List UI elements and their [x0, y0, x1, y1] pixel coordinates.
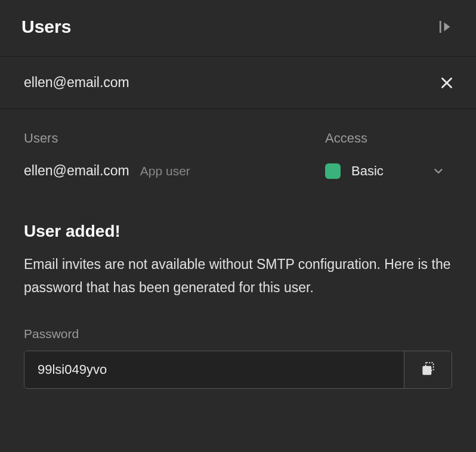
panel-header: Users	[0, 0, 476, 57]
password-label: Password	[24, 327, 452, 341]
password-section: Password 99lsi049yvo	[0, 299, 476, 389]
table-row: ellen@email.com App user Basic	[24, 163, 452, 179]
access-selector[interactable]: Basic	[325, 163, 452, 179]
user-role: App user	[140, 164, 190, 178]
copy-password-button[interactable]	[404, 351, 452, 388]
email-input-row: ellen@email.com	[0, 57, 476, 109]
email-input[interactable]: ellen@email.com	[24, 75, 129, 91]
svg-rect-4	[423, 367, 431, 374]
panel-title: Users	[21, 17, 71, 37]
users-table: Users Access ellen@email.com App user Ba…	[0, 109, 476, 179]
clear-email-icon[interactable]	[439, 75, 455, 91]
notice-title: User added!	[24, 222, 452, 241]
notice-body: Email invites are not available without …	[24, 253, 452, 299]
table-headers: Users Access	[24, 131, 452, 146]
user-email: ellen@email.com	[24, 163, 129, 179]
column-header-access: Access	[325, 131, 367, 146]
chevron-down-icon	[432, 165, 445, 178]
access-level-label: Basic	[351, 163, 421, 179]
expand-panel-icon[interactable]	[437, 18, 455, 36]
user-cell: ellen@email.com App user	[24, 163, 325, 179]
copy-icon	[421, 361, 436, 379]
access-color-badge	[325, 163, 341, 179]
user-added-notice: User added! Email invites are not availa…	[0, 179, 476, 299]
password-value[interactable]: 99lsi049yvo	[24, 351, 404, 388]
column-header-users: Users	[24, 131, 325, 146]
password-field: 99lsi049yvo	[24, 351, 452, 389]
